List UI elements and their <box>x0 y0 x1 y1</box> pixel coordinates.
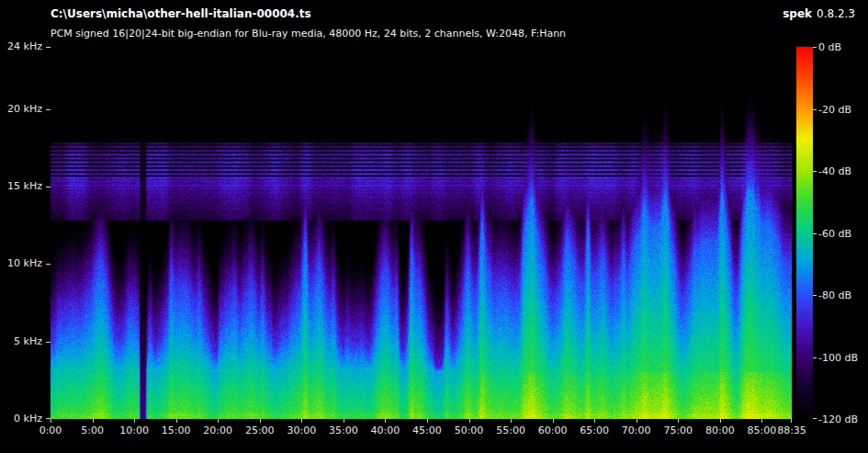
db-tick-mark <box>813 357 817 358</box>
time-tick-mark <box>594 419 595 423</box>
time-tick-mark <box>301 419 302 423</box>
time-tick-mark <box>553 419 554 423</box>
db-tick-label: -40 dB <box>818 165 851 177</box>
time-tick-label: 40:00 <box>371 425 400 436</box>
time-tick-label: 55:00 <box>496 425 525 436</box>
db-tick-mark <box>813 295 817 296</box>
time-tick-label: 45:00 <box>412 425 442 436</box>
time-tick-mark <box>761 419 762 423</box>
legend-gradient-bar <box>796 47 813 419</box>
app-name: spek <box>783 7 812 20</box>
time-tick-mark <box>511 419 512 423</box>
db-tick-mark <box>813 233 817 234</box>
time-tick-label: 50:00 <box>455 425 484 436</box>
time-tick-mark <box>385 419 386 423</box>
time-tick-mark <box>51 419 51 423</box>
db-tick-label: -60 dB <box>818 227 851 239</box>
time-tick-mark <box>344 419 344 423</box>
app-version-number: 0.8.2.3 <box>817 7 855 20</box>
time-tick-label: 25:00 <box>245 425 275 436</box>
time-tick-mark <box>176 419 177 423</box>
time-tick-label: 70:00 <box>622 425 651 436</box>
time-tick-mark <box>93 419 94 423</box>
db-tick-label: -20 dB <box>818 103 851 115</box>
freq-tick-mark <box>46 47 51 48</box>
time-tick-label: 75:00 <box>663 425 693 436</box>
db-tick-mark <box>813 418 817 419</box>
freq-tick-mark <box>46 264 51 265</box>
freq-tick-mark <box>46 342 51 343</box>
freq-tick-label: 15 kHz <box>0 180 42 192</box>
db-tick-mark <box>813 109 817 110</box>
stream-info: PCM signed 16|20|24-bit big-endian for B… <box>51 28 566 40</box>
freq-tick-label: 5 kHz <box>0 335 42 347</box>
time-tick-mark <box>720 419 721 423</box>
freq-tick-label: 24 kHz <box>0 40 42 52</box>
time-tick-mark <box>791 419 792 423</box>
file-path: C:\Users\micha\other-hell-italian-00004.… <box>51 7 311 20</box>
freq-tick-label: 0 kHz <box>0 413 42 425</box>
db-tick-mark <box>813 171 817 172</box>
time-tick-label: 65:00 <box>580 425 609 436</box>
freq-tick-label: 20 kHz <box>0 103 42 115</box>
db-tick-label: -120 dB <box>818 413 858 425</box>
time-tick-mark <box>637 419 637 423</box>
app-title: spek0.8.2.3 <box>783 7 855 20</box>
time-tick-label: 88:35 <box>777 425 806 436</box>
time-tick-mark <box>134 419 135 423</box>
time-tick-label: 5:00 <box>81 425 104 436</box>
time-tick-label: 85:00 <box>747 425 776 436</box>
spek-window: C:\Users\micha\other-hell-italian-00004.… <box>0 0 868 453</box>
db-tick-label: 0 dB <box>818 41 841 53</box>
freq-tick-mark <box>46 187 51 187</box>
time-tick-label: 20:00 <box>203 425 232 436</box>
time-tick-mark <box>427 419 428 423</box>
time-tick-mark <box>469 419 470 423</box>
time-tick-label: 10:00 <box>119 425 149 436</box>
time-tick-mark <box>678 419 679 423</box>
time-tick-label: 80:00 <box>705 425 735 436</box>
time-tick-label: 0:00 <box>39 425 62 436</box>
freq-tick-label: 10 kHz <box>0 257 42 269</box>
db-tick-label: -100 dB <box>818 351 858 363</box>
freq-tick-mark <box>46 109 51 110</box>
spectrogram-canvas <box>51 47 792 419</box>
time-tick-label: 30:00 <box>287 425 316 436</box>
db-tick-label: -80 dB <box>818 289 851 301</box>
time-tick-mark <box>218 419 219 423</box>
time-tick-label: 35:00 <box>329 425 358 436</box>
time-tick-label: 60:00 <box>538 425 568 436</box>
db-tick-mark <box>813 47 817 48</box>
time-tick-mark <box>260 419 261 423</box>
time-tick-label: 15:00 <box>162 425 191 436</box>
